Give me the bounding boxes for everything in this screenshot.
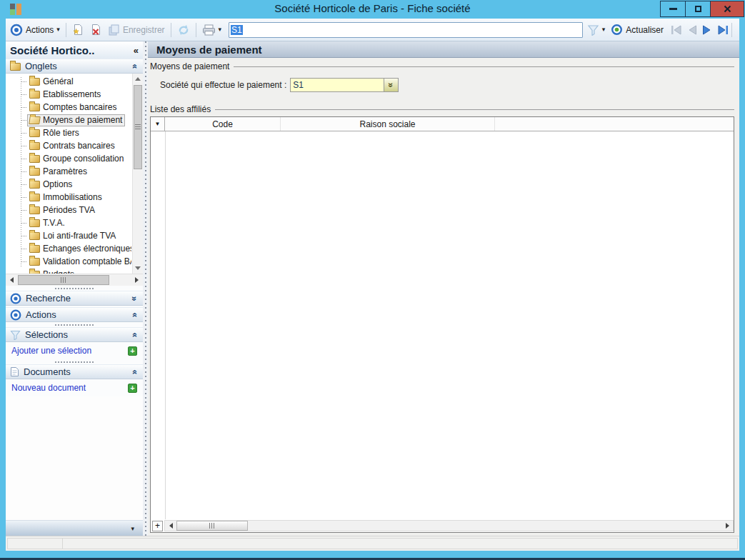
- chevron-double-up-icon[interactable]: »: [130, 369, 140, 374]
- tree-item-loi-anti-fraude-tva[interactable]: Loi anti-fraude TVA: [6, 229, 131, 242]
- tree-connector: [21, 236, 26, 236]
- target-icon: [10, 309, 21, 321]
- panel-drag-handle[interactable]: [6, 286, 143, 291]
- filter-dropdown-button[interactable]: ▾: [599, 25, 609, 34]
- panel-header-documents[interactable]: Documents »: [6, 364, 143, 379]
- folder-icon: [29, 181, 40, 189]
- scroll-left-icon[interactable]: [165, 521, 176, 531]
- groupbox-line: [234, 66, 734, 67]
- tree-item-validation-comptable-ba[interactable]: Validation comptable BA: [6, 255, 131, 268]
- tree-item-r-le-tiers[interactable]: Rôle tiers: [6, 126, 131, 139]
- panel-header-recherche[interactable]: Recherche »: [6, 291, 143, 306]
- affiliates-group-label: Liste des affiliés: [150, 104, 734, 115]
- row-indicator-header[interactable]: ▼: [151, 117, 165, 131]
- save-button[interactable]: Enregistrer: [105, 23, 168, 37]
- nav-last-icon[interactable]: [717, 25, 729, 35]
- tree-item-label: Echanges électroniques: [43, 244, 131, 254]
- folder-icon: [29, 271, 40, 274]
- actions-menu-label: Actions: [26, 25, 54, 35]
- folder-icon: [29, 258, 40, 266]
- minimize-button[interactable]: [660, 1, 686, 17]
- tree-item-param-tres[interactable]: Paramètres: [6, 165, 131, 178]
- tree-connector: [21, 94, 26, 95]
- refresh-button[interactable]: [174, 23, 193, 37]
- add-selection-link[interactable]: Ajouter une sélection: [11, 346, 91, 356]
- column-header-raison-sociale[interactable]: Raison sociale: [281, 117, 495, 131]
- tree-item-g-n-ral[interactable]: Général: [6, 75, 131, 88]
- chevron-double-up-icon[interactable]: »: [130, 64, 140, 69]
- scroll-left-icon[interactable]: [6, 274, 18, 286]
- actions-menu-button[interactable]: Actions ▾: [23, 24, 63, 36]
- scrollbar-thumb[interactable]: [176, 521, 248, 531]
- table-horizontal-scrollbar[interactable]: [164, 520, 734, 531]
- combobox-dropdown-button[interactable]: »: [384, 79, 398, 91]
- tree-item-budgets[interactable]: Budgets: [6, 268, 131, 274]
- tree-vertical-scrollbar[interactable]: [132, 74, 143, 274]
- new-document-plus-icon[interactable]: +: [128, 384, 137, 393]
- folder-icon: [29, 91, 40, 99]
- folder-icon: [29, 194, 40, 201]
- tree-item-label: Moyens de paiement: [43, 115, 122, 125]
- panel-header-onglets[interactable]: Onglets »: [6, 59, 143, 74]
- collapse-sidebar-icon[interactable]: «: [134, 45, 139, 56]
- tree-connector: [21, 133, 26, 134]
- folder-icon: [29, 78, 40, 86]
- scrollbar-thumb[interactable]: [134, 85, 142, 169]
- tree-item-label: Validation comptable BA: [43, 256, 131, 266]
- tree-item-options[interactable]: Options: [6, 178, 131, 191]
- page-title: Moyens de paiement: [148, 41, 739, 58]
- tree-item-immobilisations[interactable]: Immobilisations: [6, 191, 131, 204]
- tree-item-comptes-bancaires[interactable]: Comptes bancaires: [6, 101, 131, 114]
- sidebar-footer-bar[interactable]: ▾: [6, 520, 143, 536]
- document-icon: [10, 366, 19, 377]
- table-body[interactable]: [151, 131, 734, 519]
- sidebar-splitter[interactable]: [143, 41, 148, 536]
- tree-item-etablissements[interactable]: Etablissements: [6, 88, 131, 101]
- add-row-button[interactable]: +: [152, 521, 163, 531]
- column-header-code[interactable]: Code: [165, 117, 281, 131]
- nav-next-icon[interactable]: [702, 25, 712, 35]
- scrollbar-thumb[interactable]: [18, 275, 109, 285]
- target-icon: [10, 24, 23, 36]
- panel-drag-handle[interactable]: [6, 359, 143, 364]
- status-cell: [7, 538, 63, 549]
- new-record-button[interactable]: [69, 22, 87, 37]
- filter-icon[interactable]: [587, 24, 599, 36]
- tree-item-label: Rôle tiers: [43, 128, 79, 138]
- scroll-right-icon[interactable]: [721, 521, 733, 531]
- search-input[interactable]: S1: [229, 22, 583, 38]
- panel-header-selections[interactable]: Sélections »: [6, 327, 143, 342]
- delete-record-button[interactable]: [87, 22, 105, 37]
- scroll-up-icon[interactable]: [133, 74, 143, 84]
- folder-icon: [29, 155, 40, 163]
- maximize-button[interactable]: [685, 1, 711, 17]
- panel-header-actions[interactable]: Actions »: [6, 307, 143, 322]
- panel-drag-handle[interactable]: [6, 322, 143, 327]
- new-document-link[interactable]: Nouveau document: [11, 383, 86, 393]
- tree-item-p-riodes-tva[interactable]: Périodes TVA: [6, 204, 131, 216]
- tree-item-label: Etablissements: [43, 89, 101, 99]
- table-header-row: ▼ Code Raison sociale: [151, 117, 734, 131]
- chevron-double-up-icon[interactable]: »: [130, 332, 140, 337]
- toolbar-separator: [196, 23, 196, 37]
- add-selection-plus-icon[interactable]: +: [128, 346, 137, 356]
- chevron-double-down-icon[interactable]: »: [130, 296, 140, 301]
- tree-item-t-v-a[interactable]: T.V.A.: [6, 216, 131, 229]
- scroll-down-icon[interactable]: [133, 263, 143, 274]
- scroll-right-icon[interactable]: [131, 274, 143, 286]
- nav-previous-icon[interactable]: [687, 25, 697, 35]
- company-combobox[interactable]: S1 »: [290, 78, 399, 92]
- save-button-label: Enregistrer: [123, 25, 165, 35]
- close-button[interactable]: [710, 1, 744, 17]
- print-button[interactable]: ▾: [199, 23, 225, 37]
- tree-item-groupe-consolidation[interactable]: Groupe consolidation: [6, 152, 131, 165]
- tree-item-echanges-lectroniques[interactable]: Echanges électroniques: [6, 242, 131, 255]
- tree-horizontal-scrollbar[interactable]: [6, 274, 143, 286]
- nav-first-icon[interactable]: [671, 25, 682, 35]
- chevron-double-up-icon[interactable]: »: [130, 312, 140, 317]
- toolbar-separator: [66, 23, 66, 37]
- tree-item-contrats-bancaires[interactable]: Contrats bancaires: [6, 139, 131, 152]
- refresh-data-button[interactable]: Actualiser: [608, 22, 666, 37]
- tree-item-moyens-de-paiement[interactable]: Moyens de paiement: [6, 114, 131, 126]
- chevron-down-icon: ▾: [602, 26, 606, 33]
